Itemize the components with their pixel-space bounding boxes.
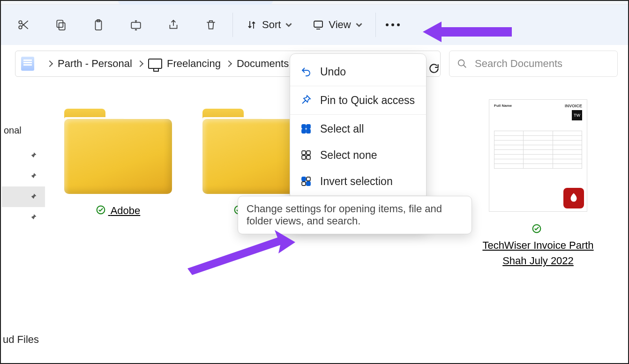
svg-point-1 <box>19 26 22 29</box>
svg-rect-13 <box>307 125 310 128</box>
menu-label: Pin to Quick access <box>320 94 415 107</box>
clipboard-icon <box>92 19 105 31</box>
scissors-icon <box>17 19 30 31</box>
titlebar-region <box>1 1 628 5</box>
sort-dropdown[interactable]: Sort <box>238 12 300 38</box>
menu-label: Select all <box>320 123 364 135</box>
select-none-icon <box>300 149 312 161</box>
toolbar-separator <box>232 13 233 37</box>
drive-icon <box>148 59 162 69</box>
item-label-line1[interactable]: TechWiser Invoice Parth <box>482 239 593 251</box>
svg-marker-25 <box>423 22 512 42</box>
sidebar-pinned-item[interactable] <box>2 145 45 166</box>
svg-rect-2 <box>59 23 65 30</box>
view-dropdown[interactable]: View <box>304 12 370 38</box>
search-input[interactable] <box>475 58 610 70</box>
view-icon <box>313 19 324 30</box>
sidebar-pinned-item[interactable] <box>2 207 45 228</box>
sidebar-item-label-fragment[interactable]: onal <box>2 125 45 136</box>
sidebar-pinned-item[interactable] <box>2 166 45 186</box>
menu-separator <box>290 86 426 86</box>
sidebar-item-label-fragment[interactable]: ud Files <box>3 334 39 346</box>
pin-icon <box>28 192 37 201</box>
svg-marker-26 <box>187 230 295 275</box>
rename-button[interactable] <box>122 12 150 38</box>
item-caption: TechWiser Invoice Parth Shah July 2022 <box>480 221 596 268</box>
sidebar-pinned-item-active[interactable] <box>2 186 45 207</box>
location-type-icon <box>21 57 34 71</box>
svg-point-0 <box>19 21 22 24</box>
share-button[interactable] <box>159 12 187 38</box>
svg-point-8 <box>458 60 464 66</box>
menu-pin-quick-access[interactable]: Pin to Quick access <box>290 87 426 113</box>
svg-rect-20 <box>302 177 306 181</box>
pin-icon <box>28 213 37 222</box>
sort-icon <box>246 19 257 30</box>
menu-undo[interactable]: Undo <box>290 59 426 85</box>
svg-rect-12 <box>302 125 306 128</box>
breadcrumb-mid[interactable]: Freelancing <box>167 58 221 70</box>
chevron-right-icon <box>137 60 143 67</box>
copy-icon <box>55 19 67 31</box>
navigation-pane: onal <box>2 125 45 228</box>
view-label: View <box>329 19 351 31</box>
toolbar: Sort View <box>1 5 628 45</box>
menu-select-none[interactable]: Select none <box>290 142 426 168</box>
sync-check-icon <box>532 222 541 238</box>
copy-button[interactable] <box>47 12 75 38</box>
folder-icon <box>64 109 172 195</box>
menu-label: Undo <box>320 66 346 78</box>
ellipsis-icon <box>386 23 389 26</box>
pdf-badge-icon <box>563 188 584 208</box>
chevron-down-icon <box>356 22 362 28</box>
cut-button[interactable] <box>9 12 37 38</box>
breadcrumb-leaf[interactable]: Documents <box>237 58 289 70</box>
chevron-right-icon <box>46 60 53 67</box>
file-item-invoice-pdf[interactable]: Full Name INVOICE TW TechWiser Invoice P… <box>480 99 596 268</box>
svg-rect-23 <box>307 182 310 186</box>
refresh-button[interactable] <box>427 61 442 76</box>
svg-rect-16 <box>302 151 306 155</box>
sort-label: Sort <box>262 19 281 31</box>
delete-button[interactable] <box>197 12 225 38</box>
breadcrumb-root[interactable]: Parth - Personal <box>58 58 132 70</box>
svg-rect-7 <box>314 21 322 27</box>
menu-label: Select none <box>320 149 377 162</box>
svg-rect-3 <box>57 20 63 27</box>
svg-rect-15 <box>307 129 310 133</box>
file-explorer-window: Sort View Parth - Personal Freelancing D… <box>0 0 629 364</box>
chevron-right-icon <box>225 60 232 67</box>
undo-icon <box>300 66 312 77</box>
item-caption: Adobe <box>55 205 181 217</box>
rename-icon <box>130 19 142 31</box>
active-tab-accent <box>118 1 273 5</box>
see-more-button[interactable] <box>379 12 407 38</box>
document-thumbnail: Full Name INVOICE TW <box>489 99 587 212</box>
chevron-down-icon <box>285 22 292 28</box>
paste-button[interactable] <box>84 12 112 38</box>
item-label[interactable]: Adobe <box>111 205 141 216</box>
select-all-icon <box>300 123 312 134</box>
menu-separator <box>290 114 426 115</box>
svg-rect-6 <box>131 22 141 29</box>
annotation-arrow-to-options <box>178 228 295 277</box>
menu-select-all[interactable]: Select all <box>290 116 426 142</box>
menu-label: Invert selection <box>320 175 393 188</box>
search-box[interactable] <box>449 51 618 77</box>
item-label-line2[interactable]: Shah July 2022 <box>502 255 574 267</box>
menu-invert-selection[interactable]: Invert selection <box>290 168 426 194</box>
svg-rect-21 <box>307 177 310 181</box>
annotation-arrow-to-more <box>423 18 517 48</box>
trash-icon <box>205 19 217 31</box>
share-icon <box>167 19 180 31</box>
pin-icon <box>28 151 37 160</box>
svg-rect-14 <box>302 129 306 133</box>
refresh-icon <box>428 62 440 74</box>
sync-check-icon <box>96 205 105 217</box>
toolbar-separator <box>375 13 376 37</box>
svg-rect-22 <box>302 182 306 186</box>
svg-rect-17 <box>307 151 310 155</box>
folder-item-adobe[interactable]: Adobe <box>55 109 181 217</box>
search-icon <box>457 59 467 69</box>
pin-icon <box>28 171 37 181</box>
